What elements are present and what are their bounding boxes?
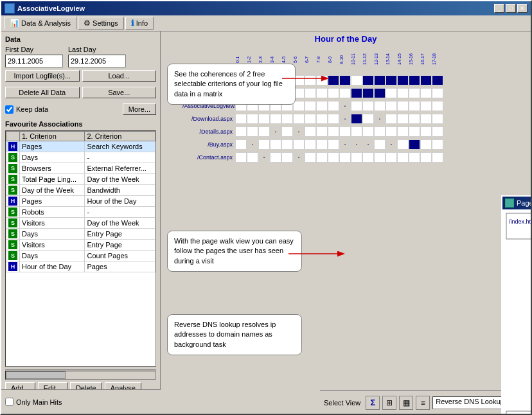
tooltip-dns: Reverse DNS lookup resolves ip addresses… [167,314,302,355]
select-view-bar: Select View Σ ⊞ ▦ ≡ Reverse DNS Lookup f… [320,390,531,414]
row-criterion2: Day of the Week [85,174,155,185]
matrix-cell: • [339,114,351,124]
import-button[interactable]: Import Logfile(s)... [5,70,80,82]
matrix-row: /Buy.aspx••••• [182,138,528,151]
row-badge: S [6,163,20,174]
table-row: S Days Entry Page [6,229,155,240]
row-criterion1: Days [20,152,85,163]
table-row: S Robots - [6,207,155,218]
last-day-label: Last Day [68,46,126,53]
chart-icon: 📊 [10,19,19,28]
tooltip-coherences-text: See the coherences of 2 free selectable … [174,70,283,98]
matrix-cell: • [258,152,270,163]
col-criterion1: 1. Criterion [20,132,85,141]
load-button[interactable]: Load... [82,70,157,82]
matrix-cell [270,114,281,124]
minimize-button[interactable]: _ [494,4,504,13]
col-criterion2: 2. Criterion [85,132,155,141]
page-walk-content: /index.htm /Home.aspx /Details.aspx /Buy… [502,209,531,414]
matrix-cell [328,152,339,163]
walk-graph-svg: /index.htm /Home.aspx /Details.aspx /Buy… [505,212,531,414]
matrix-cell [386,101,397,111]
row-criterion1: Browsers [20,163,85,174]
tab-settings[interactable]: ⚙ Settings [78,17,124,30]
svg-text:/index.htm: /index.htm [509,218,531,225]
matrix-cell [374,75,386,85]
matrix-cell [397,88,409,98]
badge-s: S [8,218,17,227]
tab-info[interactable]: ℹ Info [125,17,154,30]
matrix-cell [305,88,316,98]
matrix-cell [420,101,432,111]
matrix-cell: • [386,139,397,150]
matrix-cell: • [247,139,258,150]
first-day-input[interactable] [5,55,63,67]
last-day-input[interactable] [68,55,126,67]
matrix-cell: • [351,139,362,150]
badge-s: S [8,186,17,195]
tab-data-analysis[interactable]: 📊 Data & Analysis [4,17,76,30]
matrix-cell [305,152,316,163]
matrix-cell [293,101,305,111]
matrix-cell [235,152,247,163]
save-button[interactable]: Save... [82,87,157,98]
matrix-cell [339,75,351,85]
delete-all-button[interactable]: Delete All Data [5,87,80,98]
table-row: S Visitors Entry Page [6,240,155,251]
badge-s: S [8,153,17,162]
row-criterion2: External Referrer... [85,163,155,174]
table-row: H Pages Hour of the Day [6,196,155,207]
info-icon: ℹ [131,19,134,28]
import-load-row: Import Logfile(s)... Load... [5,70,156,82]
matrix-cell [270,139,281,150]
matrix-cell [305,127,316,137]
matrix-row: /Download.aspx•• [182,112,528,125]
view-sum-button[interactable]: Σ [366,396,380,410]
matrix-cell: • [293,127,305,137]
view-bar-button[interactable]: ▦ [399,396,413,410]
matrix-cell [397,75,409,85]
matrix-col-label: 16-17 [420,45,432,74]
close-button[interactable]: ✕ [517,4,528,13]
matrix-row: /Details.aspx•• [182,125,528,138]
maximize-button[interactable]: □ [506,4,516,13]
badge-h: H [8,197,17,206]
row-badge: S [6,229,20,240]
tooltip-pagewalk: With the page walk view you can easy fol… [167,231,302,272]
hour-of-day-title: Hour of the Day [163,34,528,44]
page-walk-title-bar: Page Walk _ □ ✕ [502,197,531,209]
matrix-col-label: 11-12 [362,45,374,74]
matrix-cell [420,75,432,85]
matrix-col-label: 10-11 [351,45,362,74]
view-grid-button[interactable]: ⊞ [382,396,396,410]
popup-title-left: Page Walk [505,199,531,208]
row-badge: S [6,240,20,251]
matrix-cell [339,88,351,98]
matrix-cell [432,88,443,98]
row-criterion2: Pages [85,261,155,272]
keep-data-checkbox[interactable] [5,105,13,114]
matrix-row: /Contact.aspx•• [182,151,528,164]
tooltip-dns-text: Reverse DNS lookup resolves ip addresses… [174,321,276,348]
row-criterion2: Entry Page [85,240,155,251]
matrix-cell [409,139,420,150]
matrix-cell [362,114,374,124]
matrix-cell [316,114,328,124]
gear-icon: ⚙ [84,19,91,28]
table-row: H Pages Search Keywords [6,141,155,152]
matrix-cell [235,114,247,124]
row-criterion1: Visitors [20,240,85,251]
matrix-cell [362,152,374,163]
horizontal-scrollbar[interactable] [5,369,156,380]
tooltip-coherences: See the coherences of 2 free selectable … [167,64,296,105]
matrix-row-label: /Buy.aspx [182,141,235,148]
matrix-cell [281,152,293,163]
matrix-cell [409,101,420,111]
scrollbar-thumb[interactable] [6,371,66,379]
matrix-cell [362,88,374,98]
row-criterion1: Pages [20,141,85,152]
more-button[interactable]: More... [123,103,156,115]
view-list-button[interactable]: ≡ [416,396,430,410]
only-main-hits-checkbox[interactable] [5,398,13,406]
matrix-cell: • [339,101,351,111]
